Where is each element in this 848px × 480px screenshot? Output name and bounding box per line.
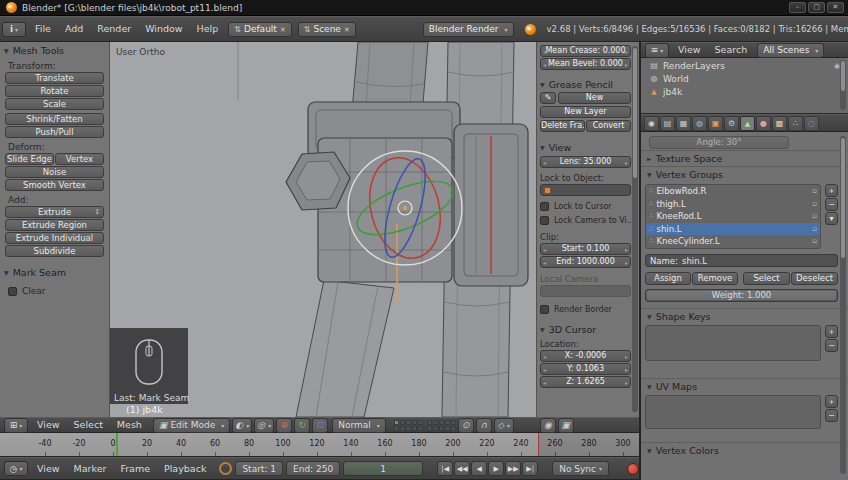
play-icon[interactable] — [488, 461, 504, 476]
current-frame-indicator[interactable] — [116, 433, 118, 456]
assign-button[interactable]: Assign — [645, 272, 691, 285]
close-button[interactable] — [827, 2, 844, 13]
next-keyframe-icon[interactable] — [505, 461, 521, 476]
menu-playback[interactable]: Playback — [157, 461, 213, 477]
rotate-button[interactable]: Rotate — [5, 85, 104, 97]
tab-object-data[interactable] — [740, 116, 755, 131]
menu-view[interactable]: View — [671, 42, 708, 58]
slide-edge-button[interactable]: Slide Edge — [5, 153, 54, 165]
editor-type-3d-view-icon[interactable] — [4, 418, 28, 433]
menu-window[interactable]: Window — [138, 21, 189, 37]
transform-orientation-selector[interactable]: Normal — [332, 418, 386, 433]
layers-widget[interactable] — [394, 420, 456, 431]
minimize-button[interactable] — [789, 2, 806, 13]
weight-slider[interactable]: Weight: 1.000 — [645, 289, 838, 302]
n-panel-scrollbar[interactable] — [632, 46, 638, 412]
local-camera-picker[interactable] — [540, 285, 631, 297]
snap-magnet-icon[interactable] — [476, 418, 492, 433]
panel-header-grease-pencil[interactable]: Grease Pencil — [540, 78, 631, 91]
clip-end-field[interactable]: End: 1000.000 — [540, 256, 631, 268]
panel-header-texture-space[interactable]: Texture Space — [647, 152, 838, 165]
panel-header-vertex-colors[interactable]: Vertex Colors — [647, 444, 838, 457]
lens-field[interactable]: Lens: 35.000 — [540, 156, 631, 168]
current-frame-field[interactable]: 1 — [343, 461, 423, 476]
menu-add[interactable]: Add — [58, 21, 90, 37]
vertex-slide-button[interactable]: Vertex — [55, 153, 104, 165]
group-pin-icon[interactable] — [812, 212, 817, 220]
menu-marker[interactable]: Marker — [67, 461, 114, 477]
editor-type-outliner-icon[interactable] — [645, 43, 669, 58]
outliner-item-world[interactable]: World — [643, 72, 840, 85]
editor-type-info-icon[interactable] — [2, 22, 26, 37]
scale-button[interactable]: Scale — [5, 98, 104, 110]
auto-smooth-angle-field[interactable]: Angle: 30° — [649, 136, 789, 149]
menu-frame[interactable]: Frame — [113, 461, 157, 477]
translate-button[interactable]: Translate — [5, 72, 104, 84]
tab-render-layers[interactable] — [660, 116, 675, 131]
new-layer-button[interactable]: New Layer — [540, 106, 631, 118]
remove-shape-key-button[interactable]: − — [825, 339, 838, 352]
pivot-point-selector[interactable]: ◎ — [254, 418, 274, 433]
menu-view[interactable]: View — [30, 461, 67, 477]
smooth-vertex-button[interactable]: Smooth Vertex — [5, 179, 104, 191]
group-pin-icon[interactable] — [812, 237, 817, 245]
delete-frame-button[interactable]: Delete Fra... — [540, 120, 585, 132]
preview-range-clock-icon[interactable] — [219, 462, 232, 475]
opengl-render-anim-icon[interactable] — [558, 418, 574, 433]
menu-file[interactable]: File — [28, 21, 58, 37]
deselect-button[interactable]: Deselect — [791, 272, 838, 285]
menu-render[interactable]: Render — [90, 21, 138, 37]
editor-type-timeline-icon[interactable] — [4, 461, 28, 476]
browse-icon[interactable] — [234, 25, 241, 34]
menu-mesh[interactable]: Mesh — [110, 417, 149, 433]
tab-render[interactable] — [644, 116, 659, 131]
panel-header-3d-cursor[interactable]: 3D Cursor — [540, 323, 631, 336]
cursor-z-field[interactable]: Z: 1.6265 — [540, 376, 631, 388]
start-frame-field[interactable]: Start: 1 — [235, 461, 283, 476]
cursor-y-field[interactable]: Y: 0.1063 — [540, 363, 631, 375]
viewport[interactable]: User Ortho Last: Mark Seam (1) jb4k — [110, 42, 536, 417]
panel-header-vertex-groups[interactable]: Vertex Groups — [647, 168, 838, 181]
opengl-render-icon[interactable] — [540, 418, 556, 433]
grease-pencil-new-button[interactable]: New — [558, 92, 631, 104]
sync-mode-selector[interactable]: No Sync — [552, 461, 609, 476]
maximize-button[interactable] — [808, 2, 825, 13]
tab-texture[interactable] — [772, 116, 787, 131]
vgroup-thigh-l[interactable]: thigh.L — [646, 198, 820, 211]
jump-to-end-icon[interactable] — [522, 461, 538, 476]
group-pin-icon[interactable] — [812, 187, 817, 195]
play-reverse-icon[interactable] — [471, 461, 487, 476]
prev-keyframe-icon[interactable] — [454, 461, 470, 476]
panel-header-operator-mark-seam[interactable]: Mark Seam — [4, 266, 105, 279]
convert-button[interactable]: Convert — [586, 120, 631, 132]
tab-modifiers[interactable] — [724, 116, 739, 131]
group-pin-icon[interactable] — [812, 200, 817, 208]
outliner-item-jb4k[interactable]: jb4k — [643, 85, 840, 98]
tab-world[interactable] — [692, 116, 707, 131]
vgroup-kneerod-l[interactable]: KneeRod.L — [646, 210, 820, 223]
panel-header-uv-maps[interactable]: UV Maps — [647, 380, 838, 393]
viewport-shading-selector[interactable]: ◐ — [232, 418, 252, 433]
grease-pencil-draw-icon[interactable] — [540, 92, 556, 104]
extrude-individual-button[interactable]: Extrude Individual — [5, 232, 104, 244]
outliner-display-mode[interactable]: All Scenes — [757, 43, 824, 58]
lock-camera-checkbox[interactable] — [540, 216, 549, 225]
browse-icon[interactable] — [304, 25, 311, 34]
push-pull-button[interactable]: Push/Pull — [5, 126, 104, 138]
vgroup-shin-l[interactable]: shin.L — [646, 223, 820, 236]
vgroup-elbowrod-r[interactable]: ElbowRod.R — [646, 185, 820, 198]
screen-layout-selector[interactable]: Default — [228, 22, 291, 37]
vertex-group-name-field[interactable]: Name: shin.L — [645, 254, 838, 267]
tab-object[interactable] — [708, 116, 723, 131]
cursor-x-field[interactable]: X: -0.0006 — [540, 350, 631, 362]
lock-object-picker[interactable] — [540, 184, 631, 196]
shrink-fatten-button[interactable]: Shrink/Fatten — [5, 113, 104, 125]
tab-particles[interactable] — [788, 116, 803, 131]
properties-scrollbar[interactable] — [840, 136, 846, 474]
add-uv-map-button[interactable]: ＋ — [825, 395, 838, 408]
tab-material[interactable] — [756, 116, 771, 131]
viewport-canvas[interactable] — [110, 42, 536, 417]
tab-physics[interactable] — [804, 116, 819, 131]
extrude-menu-button[interactable]: Extrude — [5, 206, 104, 218]
extrude-region-button[interactable]: Extrude Region — [5, 219, 104, 231]
